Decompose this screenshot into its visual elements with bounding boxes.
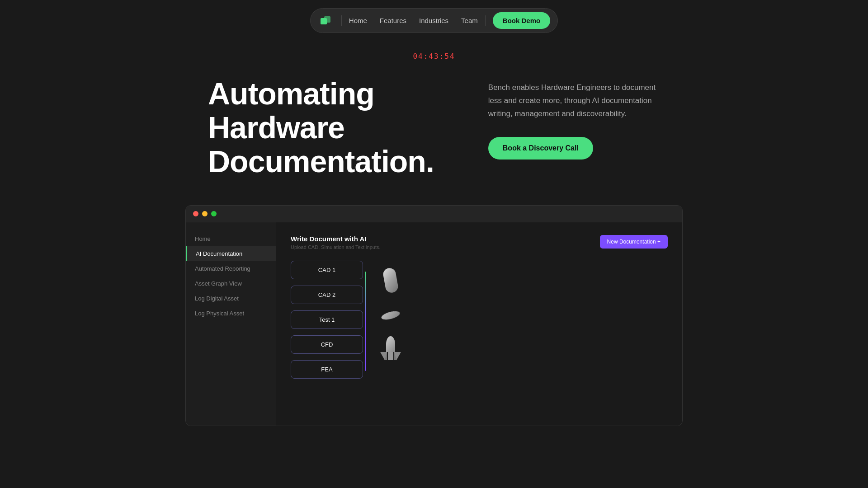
new-documentation-button[interactable]: New Documentation + [600, 235, 668, 249]
svg-rect-1 [324, 16, 330, 23]
timer-section: 04:43:54 [0, 41, 868, 77]
window-dot-green [211, 211, 217, 216]
nav-item-home[interactable]: Home [349, 17, 367, 25]
logo[interactable] [318, 13, 334, 29]
navbar: Home Features Industries Team Book Demo [0, 0, 868, 41]
app-main-right: New Documentation + [568, 235, 668, 413]
discovery-call-button[interactable]: Book a Discovery Call [488, 137, 593, 160]
nav-divider-left [341, 15, 342, 26]
sidebar-item-ai-documentation[interactable]: AI Documentation [186, 246, 276, 261]
app-main: Write Document with AI Upload CAD, Simul… [276, 222, 682, 426]
cad-buttons: CAD 1 CAD 2 Test 1 CFD FEA [291, 261, 363, 379]
navbar-inner: Home Features Industries Team Book Demo [310, 8, 558, 33]
doc-header: Write Document with AI Upload CAD, Simul… [291, 235, 550, 250]
window-dot-yellow [202, 211, 208, 216]
sidebar-item-log-physical-asset[interactable]: Log Physical Asset [186, 306, 276, 321]
model-capsule-preview [375, 264, 406, 296]
cfd-button[interactable]: CFD [291, 335, 363, 354]
nav-item-team[interactable]: Team [461, 17, 478, 25]
cad2-button[interactable]: CAD 2 [291, 286, 363, 304]
hero-description: Bench enables Hardware Engineers to docu… [488, 81, 660, 121]
sidebar-item-home[interactable]: Home [186, 231, 276, 246]
book-demo-button[interactable]: Book Demo [493, 12, 550, 29]
sidebar-item-asset-graph-view[interactable]: Asset Graph View [186, 276, 276, 291]
timeline-line [365, 272, 366, 371]
app-main-left: Write Document with AI Upload CAD, Simul… [291, 235, 550, 413]
nav-link-home[interactable]: Home [349, 17, 367, 24]
app-body: Home AI Documentation Automated Reportin… [186, 222, 682, 426]
models-column [375, 261, 406, 366]
nav-link-team[interactable]: Team [461, 17, 478, 24]
window-titlebar [186, 206, 682, 222]
app-screenshot-wrapper: Home AI Documentation Automated Reportin… [0, 205, 868, 426]
fea-button[interactable]: FEA [291, 360, 363, 379]
doc-subtitle: Upload CAD, Simulation and Text inputs. [291, 244, 550, 250]
app-screenshot: Home AI Documentation Automated Reportin… [185, 205, 683, 426]
timeline-wrapper [365, 261, 366, 371]
sidebar-item-log-digital-asset[interactable]: Log Digital Asset [186, 291, 276, 306]
upload-area: CAD 1 CAD 2 Test 1 CFD FEA [291, 261, 550, 379]
hero-section: Automating Hardware Documentation. Bench… [118, 77, 750, 205]
cad1-button[interactable]: CAD 1 [291, 261, 363, 279]
nav-item-industries[interactable]: Industries [419, 17, 448, 25]
window-dot-red [193, 211, 198, 216]
sidebar-item-automated-reporting[interactable]: Automated Reporting [186, 261, 276, 276]
hero-right: Bench enables Hardware Engineers to docu… [488, 77, 660, 160]
buttons-and-line: CAD 1 CAD 2 Test 1 CFD FEA [291, 261, 366, 379]
nav-links: Home Features Industries Team [349, 17, 478, 25]
nav-item-features[interactable]: Features [380, 17, 406, 25]
doc-title: Write Document with AI [291, 235, 550, 243]
nav-link-features[interactable]: Features [380, 17, 406, 24]
nav-link-industries[interactable]: Industries [419, 17, 448, 24]
hero-title: Automating Hardware Documentation. [208, 77, 434, 178]
test1-button[interactable]: Test 1 [291, 310, 363, 329]
nav-divider-right [485, 15, 486, 26]
model-rocket-preview [375, 335, 406, 366]
countdown-timer: 04:43:54 [413, 52, 455, 61]
app-sidebar: Home AI Documentation Automated Reportin… [186, 222, 276, 426]
hero-left: Automating Hardware Documentation. [208, 77, 434, 178]
model-disc-preview [375, 300, 406, 331]
